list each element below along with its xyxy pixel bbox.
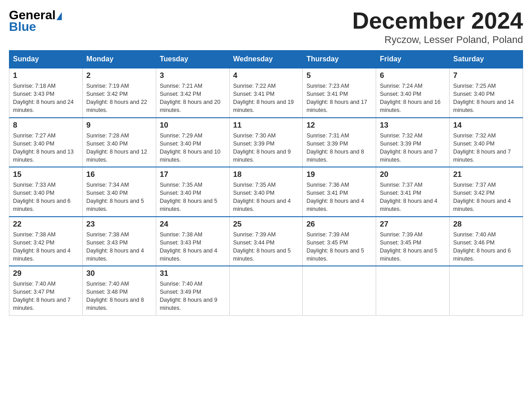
table-row: 1 Sunrise: 7:18 AMSunset: 3:43 PMDayligh… <box>9 68 83 118</box>
day-info: Sunrise: 7:37 AMSunset: 3:42 PMDaylight:… <box>453 181 519 214</box>
table-row <box>450 266 523 315</box>
day-info: Sunrise: 7:29 AMSunset: 3:40 PMDaylight:… <box>160 132 226 164</box>
table-row: 21 Sunrise: 7:37 AMSunset: 3:42 PMDaylig… <box>450 167 523 217</box>
table-row: 30 Sunrise: 7:40 AMSunset: 3:48 PMDaylig… <box>82 266 156 315</box>
table-row: 26 Sunrise: 7:39 AMSunset: 3:45 PMDaylig… <box>303 217 376 266</box>
table-row: 15 Sunrise: 7:33 AMSunset: 3:40 PMDaylig… <box>9 167 83 217</box>
day-info: Sunrise: 7:36 AMSunset: 3:41 PMDaylight:… <box>306 181 372 214</box>
day-number: 13 <box>380 121 446 130</box>
day-info: Sunrise: 7:34 AMSunset: 3:40 PMDaylight:… <box>86 181 152 214</box>
title-section: December 2024 Ryczow, Lesser Poland, Pol… <box>352 9 523 46</box>
day-info: Sunrise: 7:38 AMSunset: 3:43 PMDaylight:… <box>86 231 152 263</box>
day-number: 11 <box>233 121 299 130</box>
location: Ryczow, Lesser Poland, Poland <box>352 34 523 46</box>
day-info: Sunrise: 7:39 AMSunset: 3:44 PMDaylight:… <box>233 231 299 263</box>
col-sunday: Sunday <box>9 51 83 68</box>
day-number: 24 <box>160 220 226 229</box>
day-number: 25 <box>233 220 299 229</box>
table-row: 5 Sunrise: 7:23 AMSunset: 3:41 PMDayligh… <box>303 68 376 118</box>
day-number: 20 <box>380 170 446 179</box>
day-number: 10 <box>160 121 226 130</box>
day-number: 28 <box>453 220 519 229</box>
day-info: Sunrise: 7:27 AMSunset: 3:40 PMDaylight:… <box>13 132 79 164</box>
table-row: 3 Sunrise: 7:21 AMSunset: 3:42 PMDayligh… <box>156 68 229 118</box>
table-row: 29 Sunrise: 7:40 AMSunset: 3:47 PMDaylig… <box>9 266 83 315</box>
calendar-table: Sunday Monday Tuesday Wednesday Thursday… <box>9 50 523 316</box>
day-number: 7 <box>453 71 519 80</box>
table-row: 4 Sunrise: 7:22 AMSunset: 3:41 PMDayligh… <box>229 68 303 118</box>
table-row: 7 Sunrise: 7:25 AMSunset: 3:40 PMDayligh… <box>450 68 523 118</box>
day-number: 19 <box>306 170 372 179</box>
table-row: 28 Sunrise: 7:40 AMSunset: 3:46 PMDaylig… <box>450 217 523 266</box>
table-row: 13 Sunrise: 7:32 AMSunset: 3:39 PMDaylig… <box>376 118 450 167</box>
table-row: 6 Sunrise: 7:24 AMSunset: 3:40 PMDayligh… <box>376 68 450 118</box>
day-number: 8 <box>13 121 79 130</box>
day-number: 12 <box>306 121 372 130</box>
day-number: 27 <box>380 220 446 229</box>
day-number: 30 <box>86 269 152 278</box>
day-number: 1 <box>13 71 79 80</box>
col-friday: Friday <box>376 51 450 68</box>
day-info: Sunrise: 7:19 AMSunset: 3:42 PMDaylight:… <box>86 82 152 115</box>
table-row: 18 Sunrise: 7:35 AMSunset: 3:40 PMDaylig… <box>229 167 303 217</box>
col-thursday: Thursday <box>303 51 376 68</box>
day-number: 29 <box>13 269 79 278</box>
page-header: General Blue December 2024 Ryczow, Lesse… <box>9 9 523 46</box>
day-info: Sunrise: 7:28 AMSunset: 3:40 PMDaylight:… <box>86 132 152 164</box>
col-saturday: Saturday <box>450 51 523 68</box>
week-row-2: 8 Sunrise: 7:27 AMSunset: 3:40 PMDayligh… <box>9 118 523 167</box>
day-number: 2 <box>86 71 152 80</box>
table-row: 17 Sunrise: 7:35 AMSunset: 3:40 PMDaylig… <box>156 167 229 217</box>
table-row: 2 Sunrise: 7:19 AMSunset: 3:42 PMDayligh… <box>82 68 156 118</box>
table-row: 27 Sunrise: 7:39 AMSunset: 3:45 PMDaylig… <box>376 217 450 266</box>
day-number: 14 <box>453 121 519 130</box>
day-number: 17 <box>160 170 226 179</box>
day-info: Sunrise: 7:32 AMSunset: 3:40 PMDaylight:… <box>453 132 519 164</box>
day-info: Sunrise: 7:31 AMSunset: 3:39 PMDaylight:… <box>306 132 372 164</box>
week-row-4: 22 Sunrise: 7:38 AMSunset: 3:42 PMDaylig… <box>9 217 523 266</box>
table-row: 22 Sunrise: 7:38 AMSunset: 3:42 PMDaylig… <box>9 217 83 266</box>
day-number: 15 <box>13 170 79 179</box>
day-number: 23 <box>86 220 152 229</box>
table-row: 31 Sunrise: 7:40 AMSunset: 3:49 PMDaylig… <box>156 266 229 315</box>
table-row <box>376 266 450 315</box>
table-row: 11 Sunrise: 7:30 AMSunset: 3:39 PMDaylig… <box>229 118 303 167</box>
logo-blue: Blue <box>9 20 36 34</box>
day-info: Sunrise: 7:39 AMSunset: 3:45 PMDaylight:… <box>306 231 372 263</box>
day-info: Sunrise: 7:18 AMSunset: 3:43 PMDaylight:… <box>13 82 79 115</box>
day-info: Sunrise: 7:35 AMSunset: 3:40 PMDaylight:… <box>160 181 226 214</box>
day-number: 31 <box>160 269 226 278</box>
table-row <box>303 266 376 315</box>
day-info: Sunrise: 7:37 AMSunset: 3:41 PMDaylight:… <box>380 181 446 214</box>
table-row: 12 Sunrise: 7:31 AMSunset: 3:39 PMDaylig… <box>303 118 376 167</box>
table-row: 8 Sunrise: 7:27 AMSunset: 3:40 PMDayligh… <box>9 118 83 167</box>
table-row <box>229 266 303 315</box>
col-tuesday: Tuesday <box>156 51 229 68</box>
logo: General Blue <box>9 9 62 34</box>
day-number: 5 <box>306 71 372 80</box>
week-row-1: 1 Sunrise: 7:18 AMSunset: 3:43 PMDayligh… <box>9 68 523 118</box>
col-wednesday: Wednesday <box>229 51 303 68</box>
table-row: 24 Sunrise: 7:38 AMSunset: 3:43 PMDaylig… <box>156 217 229 266</box>
table-row: 9 Sunrise: 7:28 AMSunset: 3:40 PMDayligh… <box>82 118 156 167</box>
day-number: 18 <box>233 170 299 179</box>
week-row-3: 15 Sunrise: 7:33 AMSunset: 3:40 PMDaylig… <box>9 167 523 217</box>
table-row: 23 Sunrise: 7:38 AMSunset: 3:43 PMDaylig… <box>82 217 156 266</box>
day-number: 16 <box>86 170 152 179</box>
day-info: Sunrise: 7:40 AMSunset: 3:49 PMDaylight:… <box>160 280 226 313</box>
day-info: Sunrise: 7:22 AMSunset: 3:41 PMDaylight:… <box>233 82 299 115</box>
day-info: Sunrise: 7:39 AMSunset: 3:45 PMDaylight:… <box>380 231 446 263</box>
day-info: Sunrise: 7:40 AMSunset: 3:46 PMDaylight:… <box>453 231 519 263</box>
table-row: 19 Sunrise: 7:36 AMSunset: 3:41 PMDaylig… <box>303 167 376 217</box>
day-info: Sunrise: 7:33 AMSunset: 3:40 PMDaylight:… <box>13 181 79 214</box>
logo-triangle-icon <box>56 12 62 20</box>
day-info: Sunrise: 7:24 AMSunset: 3:40 PMDaylight:… <box>380 82 446 115</box>
day-number: 26 <box>306 220 372 229</box>
calendar-header-row: Sunday Monday Tuesday Wednesday Thursday… <box>9 51 523 68</box>
day-info: Sunrise: 7:38 AMSunset: 3:43 PMDaylight:… <box>160 231 226 263</box>
day-info: Sunrise: 7:32 AMSunset: 3:39 PMDaylight:… <box>380 132 446 164</box>
month-title: December 2024 <box>352 9 523 32</box>
day-info: Sunrise: 7:23 AMSunset: 3:41 PMDaylight:… <box>306 82 372 115</box>
day-number: 9 <box>86 121 152 130</box>
day-info: Sunrise: 7:38 AMSunset: 3:42 PMDaylight:… <box>13 231 79 263</box>
